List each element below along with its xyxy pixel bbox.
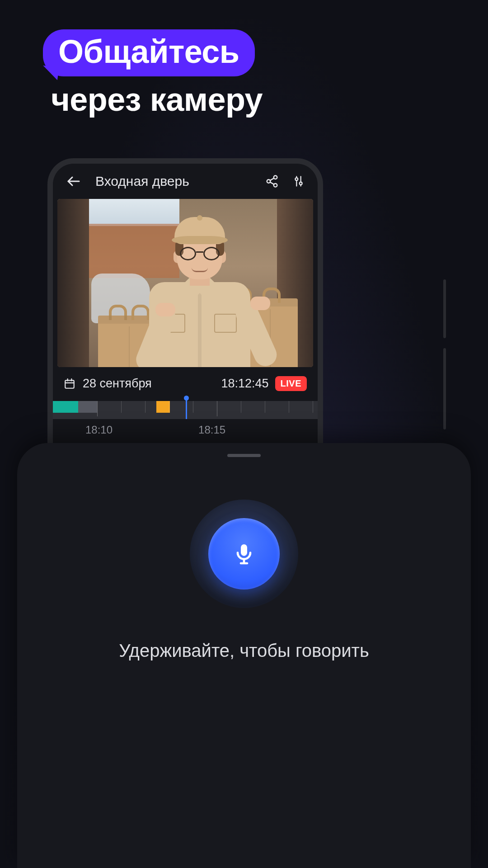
svg-line-4: [270, 182, 274, 184]
timeline-tick: [145, 401, 145, 413]
mic-button[interactable]: [208, 518, 280, 590]
timeline-segment: [156, 401, 170, 413]
feed-date: 28 сентября: [83, 377, 221, 391]
live-badge: LIVE: [275, 376, 307, 391]
timeline-tick: [313, 401, 313, 413]
phone-side-button: [443, 348, 446, 429]
headline: Общайтесь через камеру: [43, 29, 263, 118]
back-arrow-icon[interactable]: [66, 173, 82, 189]
svg-point-9: [300, 182, 302, 185]
hold-to-talk-label: Удерживайте, чтобы говорить: [119, 641, 369, 661]
timeline-playhead[interactable]: [186, 398, 187, 419]
timeline-tick: [121, 401, 122, 413]
mic-button-glow: [190, 500, 298, 608]
sheet-grabber[interactable]: [227, 454, 261, 457]
phone-side-button: [443, 279, 446, 338]
speech-bubble-tail-icon: [41, 66, 59, 80]
calendar-icon[interactable]: [64, 378, 75, 390]
timeline-tick: [97, 401, 98, 416]
timeline-tick: [193, 401, 193, 413]
camera-feed-image: [57, 199, 313, 367]
timeline-tick: [169, 401, 169, 413]
feed-info-row: 28 сентября 18:12:45 LIVE: [53, 367, 318, 399]
timeline-label: 18:15: [198, 424, 225, 436]
sliders-icon[interactable]: [292, 175, 305, 188]
timeline-tick: [241, 401, 241, 413]
camera-feed[interactable]: [57, 199, 313, 367]
talk-sheet: Удерживайте, чтобы говорить: [17, 443, 471, 868]
timeline-label: 18:10: [85, 424, 113, 436]
headline-pill-text: Общайтесь: [43, 29, 255, 76]
feed-time: 18:12:45: [221, 377, 268, 391]
app-bar: Входная дверь: [53, 164, 318, 199]
phone-frame: Входная дверь: [47, 158, 323, 452]
timeline-tick: [265, 401, 265, 413]
microphone-icon: [231, 541, 257, 566]
svg-rect-10: [65, 380, 74, 388]
timeline-labels: 18:10 18:15: [53, 419, 318, 436]
camera-title: Входная дверь: [95, 174, 252, 189]
share-icon[interactable]: [265, 175, 279, 188]
headline-pill: Общайтесь: [43, 29, 255, 76]
timeline-tick: [217, 401, 217, 416]
svg-line-5: [270, 178, 274, 180]
timeline-segment: [53, 401, 78, 413]
timeline[interactable]: [53, 401, 318, 419]
timeline-tick: [289, 401, 289, 413]
svg-point-8: [295, 178, 298, 180]
timeline-segment: [78, 401, 97, 413]
headline-subtext: через камеру: [51, 81, 263, 118]
